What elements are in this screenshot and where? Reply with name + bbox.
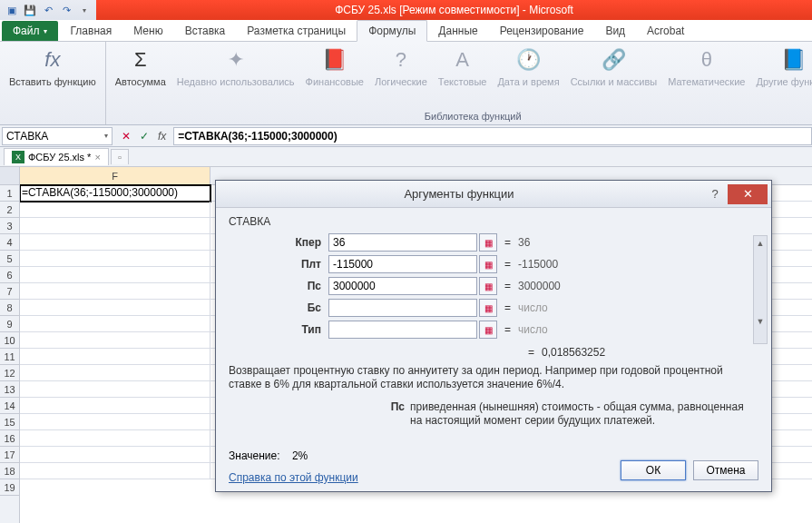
row-header[interactable]: 9 [0, 316, 19, 332]
name-box[interactable]: СТАВКА ▾ [2, 127, 113, 145]
row-header[interactable]: 8 [0, 300, 19, 316]
cell[interactable] [20, 447, 210, 463]
cell[interactable] [20, 283, 210, 300]
cell[interactable] [20, 398, 210, 414]
file-tab[interactable]: Файл [2, 21, 58, 41]
cell[interactable] [20, 414, 210, 430]
datetime-button[interactable]: 🕐 Дата и время [494, 44, 563, 89]
qat-dropdown-icon[interactable]: ▾ [76, 2, 93, 18]
cell[interactable] [20, 316, 210, 332]
cell[interactable] [20, 300, 210, 316]
datetime-label: Дата и время [497, 76, 559, 87]
tab-home[interactable]: Главная [60, 21, 123, 41]
row-header[interactable]: 2 [0, 202, 19, 218]
arg-input-type[interactable] [328, 321, 477, 339]
cell-f1[interactable]: =СТАВКА(36;-115000;3000000) [20, 185, 210, 202]
dialog-scrollbar[interactable]: ▲ ▼ [753, 235, 768, 344]
row-header[interactable]: 10 [0, 332, 19, 349]
cell[interactable] [20, 430, 210, 447]
range-select-icon[interactable]: ▦ [479, 255, 497, 273]
cell[interactable] [20, 234, 210, 251]
tab-view[interactable]: Вид [594, 21, 636, 41]
arg-input-fv[interactable] [328, 299, 477, 317]
range-select-icon[interactable]: ▦ [479, 299, 497, 317]
row-header[interactable]: 13 [0, 381, 19, 398]
arg-input-pmt[interactable] [328, 255, 477, 273]
document-tab[interactable]: X ФСБУ 25.xls * × [4, 148, 109, 165]
logical-label: Логические [375, 76, 427, 87]
title-bar: ▣ 💾 ↶ ↷ ▾ ФСБУ 25.xls [Режим совместимос… [0, 0, 812, 20]
autosum-button[interactable]: Σ Автосумма [112, 44, 170, 89]
function-description: Возвращает процентную ставку по аннуитет… [229, 364, 758, 391]
select-all-corner[interactable] [0, 167, 19, 185]
name-box-dropdown-icon[interactable]: ▾ [104, 132, 108, 140]
document-tab-close-icon[interactable]: × [94, 152, 100, 163]
save-icon[interactable]: 💾 [22, 2, 38, 18]
new-document-tab[interactable]: ▫ [111, 149, 129, 164]
arg-result-nper: 36 [518, 236, 530, 249]
cell[interactable] [20, 218, 210, 234]
row-header[interactable]: 5 [0, 251, 19, 267]
cancel-button[interactable]: Отмена [693, 460, 758, 480]
tab-acrobat[interactable]: Acrobat [636, 21, 695, 41]
cell[interactable] [20, 332, 210, 349]
range-select-icon[interactable]: ▦ [479, 233, 497, 252]
arg-input-pv[interactable] [328, 277, 477, 295]
cell[interactable] [20, 251, 210, 267]
arg-input-nper[interactable] [328, 233, 477, 252]
tab-data[interactable]: Данные [427, 21, 488, 41]
recent-button[interactable]: ✦ Недавно использовались [173, 44, 298, 89]
text-button[interactable]: A Текстовые [435, 44, 491, 89]
range-select-icon[interactable]: ▦ [479, 277, 497, 295]
tab-menu[interactable]: Меню [122, 21, 173, 41]
row-header[interactable]: 12 [0, 365, 19, 381]
more-functions-button[interactable]: 📘 Другие функции [752, 44, 812, 89]
row-header[interactable]: 1 [0, 185, 19, 202]
dialog-close-button[interactable]: ✕ [728, 184, 768, 204]
tab-insert[interactable]: Вставка [174, 21, 237, 41]
arg-label-nper: Кпер [229, 236, 328, 249]
undo-icon[interactable]: ↶ [40, 2, 56, 18]
row-header[interactable]: 18 [0, 463, 19, 479]
row-header[interactable]: 16 [0, 430, 19, 447]
ok-button[interactable]: ОК [621, 460, 686, 480]
document-tab-label: ФСБУ 25.xls * [28, 152, 91, 163]
cell[interactable] [20, 267, 210, 283]
cell[interactable] [20, 202, 210, 218]
fx-label[interactable]: fx [154, 130, 170, 143]
dialog-help-button[interactable]: ? [702, 184, 728, 204]
cell[interactable] [20, 365, 210, 381]
dialog-titlebar[interactable]: Аргументы функции ? ✕ [216, 181, 771, 208]
arg-result-pv: 3000000 [518, 280, 561, 292]
math-button[interactable]: θ Математические [664, 44, 748, 89]
tab-pagelayout[interactable]: Разметка страницы [236, 21, 357, 41]
logical-button[interactable]: ? Логические [371, 44, 431, 89]
insert-function-button[interactable]: fx Вставить функцию [5, 44, 100, 89]
tab-review[interactable]: Рецензирование [489, 21, 595, 41]
cell[interactable] [20, 381, 210, 398]
range-select-icon[interactable]: ▦ [479, 321, 497, 339]
redo-icon[interactable]: ↷ [58, 2, 74, 18]
scroll-up-icon[interactable]: ▲ [754, 236, 767, 251]
cell[interactable] [20, 349, 210, 365]
lookup-button[interactable]: 🔗 Ссылки и массивы [567, 44, 661, 89]
row-header[interactable]: 6 [0, 267, 19, 283]
formula-enter-button[interactable]: ✓ [136, 128, 152, 144]
cell[interactable] [20, 463, 210, 479]
row-header[interactable]: 14 [0, 398, 19, 414]
financial-button[interactable]: 📕 Финансовые [302, 44, 367, 89]
excel-doc-icon: X [12, 151, 24, 163]
tab-formulas[interactable]: Формулы [357, 20, 427, 42]
row-header[interactable]: 17 [0, 447, 19, 463]
row-header[interactable]: 15 [0, 414, 19, 430]
formula-cancel-button[interactable]: ✕ [118, 128, 134, 144]
formula-input[interactable] [173, 127, 812, 145]
row-header[interactable]: 19 [0, 479, 19, 496]
scroll-down-icon[interactable]: ▼ [754, 314, 767, 329]
help-link[interactable]: Справка по этой функции [229, 471, 358, 484]
row-header[interactable]: 11 [0, 349, 19, 365]
row-header[interactable]: 7 [0, 283, 19, 300]
row-header[interactable]: 3 [0, 218, 19, 234]
row-header[interactable]: 4 [0, 234, 19, 251]
column-header-f[interactable]: F [20, 167, 210, 184]
